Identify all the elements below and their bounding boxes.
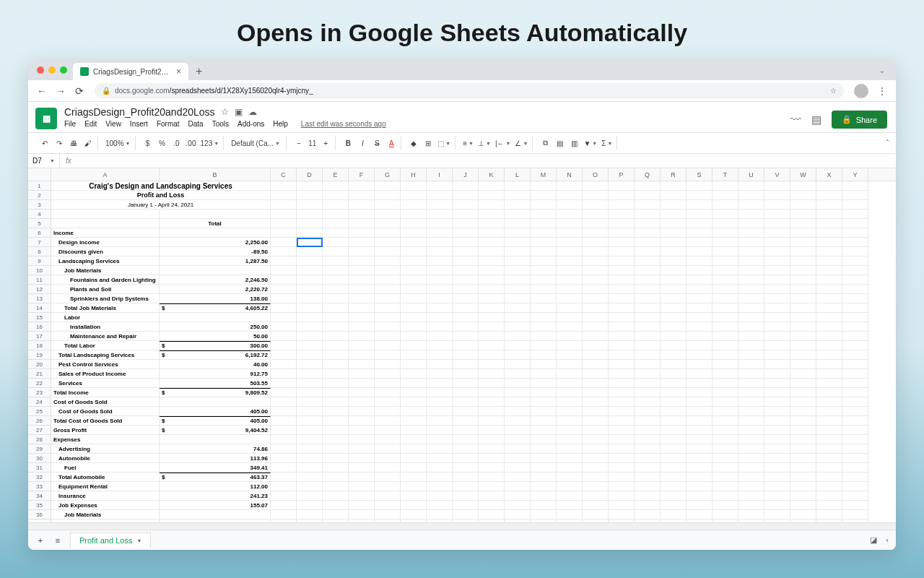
cell[interactable] (661, 256, 687, 266)
cell[interactable] (160, 313, 271, 322)
cell[interactable] (687, 322, 712, 332)
cell[interactable] (401, 519, 427, 522)
cell[interactable] (505, 266, 531, 275)
cell[interactable] (401, 360, 427, 369)
cell[interactable]: 250.00 (160, 322, 271, 332)
cell[interactable] (479, 285, 505, 294)
cell[interactable] (764, 360, 790, 369)
cell[interactable] (635, 416, 661, 426)
cell[interactable] (297, 426, 323, 435)
cell[interactable] (427, 407, 453, 416)
cell[interactable] (635, 360, 661, 369)
cell[interactable] (271, 350, 297, 360)
cell[interactable] (349, 350, 375, 360)
cell[interactable] (712, 266, 738, 275)
cell[interactable] (738, 444, 764, 454)
cell[interactable] (635, 303, 661, 313)
cell[interactable] (687, 200, 712, 210)
cell[interactable] (401, 379, 427, 388)
cell[interactable] (427, 285, 453, 294)
cell[interactable] (635, 426, 661, 435)
cell[interactable] (297, 482, 323, 491)
cell[interactable] (349, 501, 375, 510)
cell[interactable] (271, 275, 297, 285)
cell[interactable] (712, 519, 738, 522)
cell[interactable] (557, 332, 583, 341)
cell[interactable] (842, 473, 868, 482)
cell[interactable] (531, 181, 557, 191)
cell[interactable] (349, 313, 375, 322)
cell[interactable] (712, 501, 738, 510)
cell[interactable] (453, 379, 479, 388)
cell[interactable] (349, 510, 375, 519)
cell[interactable] (531, 360, 557, 369)
cell[interactable] (531, 519, 557, 522)
cell[interactable] (687, 397, 712, 407)
cell[interactable]: 50.00 (160, 332, 271, 341)
format-selector[interactable]: 123▼ (201, 139, 219, 147)
tab-strip-overflow-icon[interactable]: ⌄ (879, 65, 890, 75)
font-size-increase[interactable]: + (321, 139, 331, 147)
align-v-icon[interactable]: ⊥▼ (478, 139, 491, 147)
cell[interactable] (557, 275, 583, 285)
cell[interactable] (297, 322, 323, 332)
cell[interactable] (531, 191, 557, 200)
cell[interactable] (271, 285, 297, 294)
cell[interactable] (271, 181, 297, 191)
cell[interactable] (816, 473, 842, 482)
cell[interactable] (842, 454, 868, 463)
cell[interactable] (453, 510, 479, 519)
cell[interactable] (738, 435, 764, 444)
cell[interactable] (609, 501, 635, 510)
cell[interactable] (427, 510, 453, 519)
cell[interactable]: 405.00 (160, 407, 271, 416)
cell[interactable] (297, 181, 323, 191)
row-header[interactable]: 27 (28, 426, 51, 435)
cell[interactable] (531, 332, 557, 341)
cell[interactable] (687, 275, 712, 285)
cell[interactable] (271, 510, 297, 519)
cell[interactable] (453, 454, 479, 463)
cell[interactable] (609, 256, 635, 266)
cell[interactable] (661, 313, 687, 322)
cell[interactable] (427, 322, 453, 332)
cell[interactable] (297, 332, 323, 341)
cell[interactable] (427, 294, 453, 303)
cell[interactable] (764, 247, 790, 256)
cell[interactable] (635, 388, 661, 397)
cell[interactable]: $6,192.72 (160, 350, 271, 360)
row-header[interactable]: 16 (28, 322, 51, 332)
cell[interactable] (323, 332, 349, 341)
cell[interactable] (531, 407, 557, 416)
cell[interactable] (816, 350, 842, 360)
currency-icon[interactable]: $ (143, 139, 153, 147)
cell[interactable] (790, 397, 816, 407)
cell[interactable] (479, 275, 505, 285)
cell[interactable] (160, 210, 271, 219)
row-header[interactable]: 34 (28, 491, 51, 501)
cell[interactable] (349, 219, 375, 228)
cell[interactable] (816, 210, 842, 219)
cell[interactable] (842, 256, 868, 266)
cell[interactable] (479, 501, 505, 510)
cell[interactable] (790, 388, 816, 397)
cell[interactable] (738, 191, 764, 200)
cell[interactable] (816, 444, 842, 454)
column-header-I[interactable]: I (427, 168, 453, 181)
cell[interactable] (661, 426, 687, 435)
cell[interactable] (816, 294, 842, 303)
cell[interactable] (297, 463, 323, 473)
cell[interactable] (479, 407, 505, 416)
cell[interactable] (505, 463, 531, 473)
cell[interactable] (453, 369, 479, 379)
cell[interactable] (738, 266, 764, 275)
cell[interactable] (323, 388, 349, 397)
cell[interactable]: $9,404.52 (160, 426, 271, 435)
cell[interactable] (531, 397, 557, 407)
cell[interactable] (609, 238, 635, 247)
cell[interactable] (401, 388, 427, 397)
cell[interactable] (816, 341, 842, 350)
cell[interactable] (764, 266, 790, 275)
row-header[interactable]: 33 (28, 482, 51, 491)
cell[interactable] (297, 266, 323, 275)
